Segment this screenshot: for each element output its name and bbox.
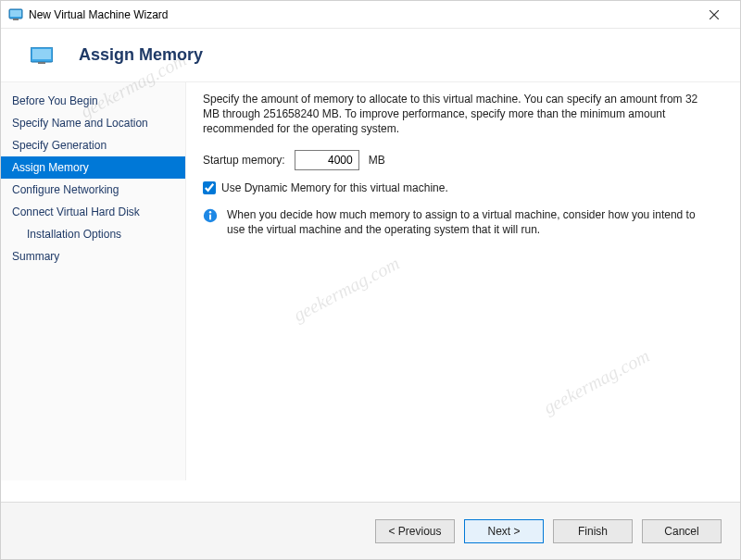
sidebar-step-5[interactable]: Connect Virtual Hard Disk <box>1 201 185 223</box>
dynamic-memory-row: Use Dynamic Memory for this virtual mach… <box>203 181 716 194</box>
app-icon <box>8 7 23 22</box>
page-title: Assign Memory <box>79 45 203 65</box>
wizard-main: Specify the amount of memory to allocate… <box>186 82 740 480</box>
wizard-header-icon <box>31 47 53 64</box>
dynamic-memory-checkbox[interactable] <box>203 181 216 194</box>
svg-rect-9 <box>209 214 211 219</box>
sidebar-step-1[interactable]: Specify Name and Location <box>1 112 185 134</box>
wizard-footer: < Previous Next > Finish Cancel <box>1 502 740 559</box>
cancel-button[interactable]: Cancel <box>642 519 722 543</box>
sidebar-step-2[interactable]: Specify Generation <box>1 134 185 156</box>
close-icon <box>710 10 719 19</box>
previous-button[interactable]: < Previous <box>375 519 455 543</box>
info-row: When you decide how much memory to assig… <box>203 207 716 237</box>
dynamic-memory-label[interactable]: Use Dynamic Memory for this virtual mach… <box>221 181 448 194</box>
svg-rect-2 <box>13 19 19 20</box>
wizard-steps-sidebar: Before You BeginSpecify Name and Locatio… <box>1 82 186 480</box>
next-button[interactable]: Next > <box>464 519 544 543</box>
startup-memory-input[interactable] <box>295 150 359 170</box>
finish-button[interactable]: Finish <box>553 519 633 543</box>
info-icon <box>203 208 218 223</box>
wizard-header: Assign Memory <box>1 29 740 81</box>
svg-rect-7 <box>38 62 45 64</box>
window-title: New Virtual Machine Wizard <box>29 8 169 21</box>
title-bar: New Virtual Machine Wizard <box>1 1 740 29</box>
sidebar-step-7[interactable]: Summary <box>1 245 185 268</box>
startup-memory-unit: MB <box>369 154 385 167</box>
svg-point-10 <box>209 211 211 213</box>
wizard-body: Before You BeginSpecify Name and Locatio… <box>1 81 740 480</box>
sidebar-step-4[interactable]: Configure Networking <box>1 179 185 201</box>
sidebar-step-6[interactable]: Installation Options <box>1 223 185 245</box>
sidebar-step-3[interactable]: Assign Memory <box>1 156 185 179</box>
svg-rect-6 <box>32 49 51 59</box>
close-button[interactable] <box>696 2 733 28</box>
memory-description: Specify the amount of memory to allocate… <box>203 92 716 137</box>
sidebar-step-0[interactable]: Before You Begin <box>1 90 185 112</box>
startup-memory-label: Startup memory: <box>203 154 285 167</box>
startup-memory-row: Startup memory: MB <box>203 150 716 170</box>
svg-rect-1 <box>10 10 21 17</box>
info-text: When you decide how much memory to assig… <box>227 207 716 237</box>
